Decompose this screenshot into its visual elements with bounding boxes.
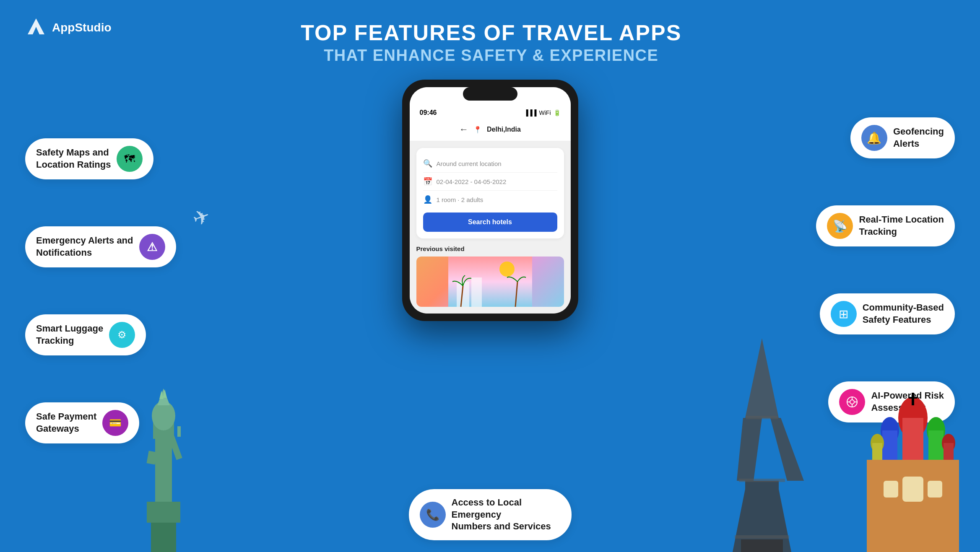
realtime-label: Real-Time LocationTracking <box>859 214 944 238</box>
pill-ai-risk: AI-Powered RiskAssessment <box>828 381 955 422</box>
search-magnifier-icon: 🔍 <box>423 159 432 168</box>
destination-image <box>416 257 564 307</box>
search-card: 🔍 Around current location 📅 02-04-2022 -… <box>416 148 564 238</box>
logo-icon <box>25 17 47 39</box>
svg-marker-13 <box>737 418 804 481</box>
svg-rect-16 <box>741 539 783 552</box>
svg-rect-3 <box>155 435 172 502</box>
date-text: 02-04-2022 - 04-05-2022 <box>437 178 507 185</box>
svg-marker-6 <box>157 389 170 405</box>
svg-rect-21 <box>902 418 923 460</box>
svg-rect-27 <box>872 443 882 464</box>
emergency-phone-icon: 📞 <box>420 502 446 528</box>
header: AppStudio TOP FEATURES OF TRAVEL APPS TH… <box>0 0 980 65</box>
calendar-icon: 📅 <box>423 177 432 186</box>
phone-notch <box>463 87 517 101</box>
pill-safe-payment: Safe PaymentGateways 💳 <box>25 402 139 443</box>
emergency-numbers-label: Access to Local EmergencyNumbers and Ser… <box>452 497 561 533</box>
pill-community: ⊞ Community-BasedSafety Features <box>820 293 955 334</box>
guests-text: 1 room · 2 adults <box>437 196 484 203</box>
svg-marker-7 <box>159 391 164 399</box>
pill-safety-maps: Safety Maps andLocation Ratings 🗺 <box>25 138 153 179</box>
status-time: 09:46 <box>420 109 437 117</box>
smart-luggage-label: Smart LuggageTracking <box>36 323 103 347</box>
svg-point-5 <box>152 401 175 430</box>
svg-rect-39 <box>471 277 482 307</box>
phone-screen: 09:46 ▐▐▐ WiFi 🔋 ← 📍 Delhi,India 🔍 <box>410 87 571 314</box>
community-label: Community-BasedSafety Features <box>863 302 944 326</box>
ai-risk-label: AI-Powered RiskAssessment <box>871 390 944 414</box>
community-icon: ⊞ <box>831 301 857 327</box>
eiffel-tower <box>720 334 804 552</box>
page-title-sub: THAT ENHANCE SAFETY & EXPERIENCE <box>112 47 871 65</box>
date-row[interactable]: 📅 02-04-2022 - 04-05-2022 <box>423 173 557 191</box>
phone-nav-bar: ← 📍 Delhi,India <box>410 120 571 141</box>
svg-rect-19 <box>735 535 789 539</box>
alert-icon: ⚠ <box>139 234 165 260</box>
pill-geofencing: 🔔 GeofencingAlerts <box>850 117 955 158</box>
luggage-icon: ⚙ <box>109 322 135 348</box>
pill-emergency-numbers: 📞 Access to Local EmergencyNumbers and S… <box>409 489 572 540</box>
svg-rect-25 <box>928 430 944 460</box>
back-button[interactable]: ← <box>459 124 468 135</box>
status-icons: ▐▐▐ WiFi 🔋 <box>524 109 561 116</box>
signal-icon: ▐▐▐ <box>524 109 537 116</box>
svg-rect-9 <box>168 434 182 460</box>
safety-maps-label: Safety Maps andLocation Ratings <box>36 147 111 171</box>
svg-rect-33 <box>928 481 942 498</box>
search-hotels-button[interactable]: Search hotels <box>423 213 557 232</box>
location-search-row[interactable]: 🔍 Around current location <box>423 155 557 173</box>
svg-rect-30 <box>867 460 959 552</box>
phone-content: 🔍 Around current location 📅 02-04-2022 -… <box>410 141 571 314</box>
svg-rect-11 <box>147 451 157 464</box>
svg-point-26 <box>871 434 884 452</box>
prev-visited-label: Previous visited <box>416 245 564 252</box>
svg-rect-29 <box>944 443 954 464</box>
geofencing-label: GeofencingAlerts <box>893 126 944 150</box>
svg-rect-14 <box>745 481 779 489</box>
svg-rect-23 <box>882 430 897 460</box>
geofencing-icon: 🔔 <box>861 125 887 151</box>
phone-body: 09:46 ▐▐▐ WiFi 🔋 ← 📍 Delhi,India 🔍 <box>402 80 578 321</box>
emergency-alerts-label: Emergency Alerts andNotifications <box>36 235 133 259</box>
svg-rect-1 <box>151 518 176 552</box>
svg-rect-10 <box>177 426 181 437</box>
realtime-icon: 📡 <box>827 213 853 239</box>
svg-marker-15 <box>733 489 791 552</box>
svg-point-37 <box>499 262 515 277</box>
pill-realtime-location: 📡 Real-Time LocationTracking <box>816 205 955 246</box>
page-title-main: TOP FEATURES OF TRAVEL APPS <box>112 21 871 45</box>
svg-point-43 <box>850 400 854 404</box>
airplane-icon: ✈ <box>190 203 213 231</box>
map-icon: 🗺 <box>117 146 143 172</box>
svg-rect-18 <box>739 479 785 482</box>
title-block: TOP FEATURES OF TRAVEL APPS THAT ENHANCE… <box>112 17 871 65</box>
location-label: Delhi,India <box>487 126 521 133</box>
svg-marker-0 <box>28 18 44 34</box>
location-pin-icon: 📍 <box>473 126 482 134</box>
svg-rect-2 <box>147 502 180 523</box>
ai-icon <box>839 389 865 415</box>
person-icon: 👤 <box>423 195 432 204</box>
guests-row[interactable]: 👤 1 room · 2 adults <box>423 191 557 208</box>
phone-mockup: 09:46 ▐▐▐ WiFi 🔋 ← 📍 Delhi,India 🔍 <box>402 80 578 321</box>
svg-rect-32 <box>884 481 898 498</box>
safe-payment-label: Safe PaymentGateways <box>36 411 96 435</box>
battery-icon: 🔋 <box>554 109 561 116</box>
svg-rect-31 <box>902 477 923 502</box>
wifi-icon: WiFi <box>539 109 551 116</box>
logo: AppStudio <box>25 17 112 39</box>
svg-marker-12 <box>745 338 779 418</box>
svg-marker-8 <box>163 389 167 398</box>
svg-point-28 <box>942 434 955 452</box>
location-search-text: Around current location <box>437 160 502 167</box>
pill-smart-luggage: Smart LuggageTracking ⚙ <box>25 314 146 355</box>
svg-rect-17 <box>746 416 778 419</box>
logo-text: AppStudio <box>52 21 112 34</box>
pill-emergency-alerts: Emergency Alerts andNotifications ⚠ <box>25 226 176 267</box>
svg-rect-4 <box>153 418 174 439</box>
payment-icon: 💳 <box>102 410 128 436</box>
statue-of-liberty <box>117 351 210 552</box>
